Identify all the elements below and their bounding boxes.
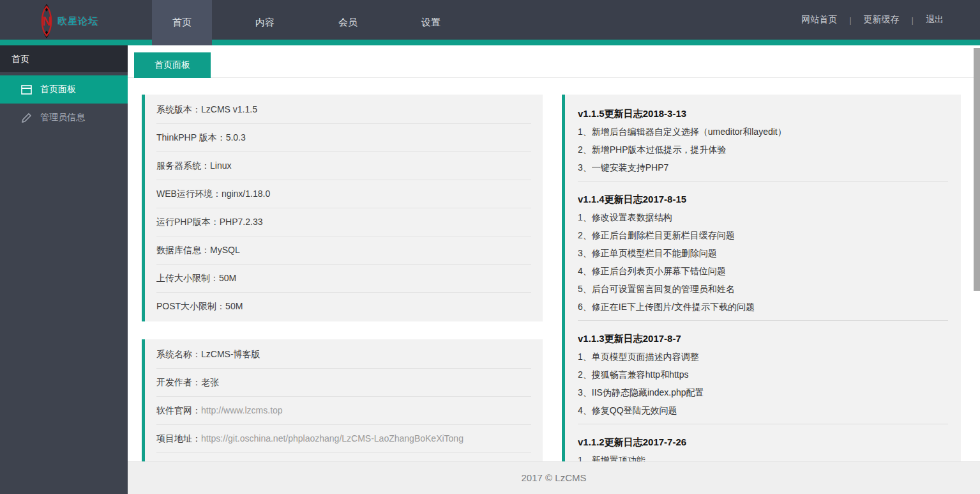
changelog-item: 3、修正单页模型栏目不能删除问题 [578, 244, 948, 262]
about-row-label: 系统名称： [156, 349, 201, 359]
nav-item-label: 内容 [255, 17, 275, 29]
site-home-link[interactable]: 网站首页 [801, 14, 837, 26]
changelog-item: 2、新增PHP版本过低提示，提升体验 [578, 141, 948, 158]
about-row: 系统名称：LzCMS-博客版 [156, 341, 531, 369]
system-info-row: 上传大小限制：50M [156, 265, 531, 293]
window-icon [21, 84, 32, 95]
changelog-item: 4、修复QQ登陆无效问题 [578, 401, 948, 419]
sidebar-menu: 首页面板 管理员信息 [0, 72, 128, 132]
footer: 2017 © LzCMS [128, 461, 980, 494]
svg-text:N: N [42, 14, 51, 28]
about-row-value[interactable]: LzCMS-博客版 [201, 349, 260, 359]
about-row: 项目地址：https://git.oschina.net/phplaozhang… [156, 425, 531, 453]
navbar-accent-line [0, 40, 980, 45]
changelog-item: 1、修改设置表数据结构 [578, 208, 948, 226]
changelog-item: 4、修正后台列表页小屏幕下错位问题 [578, 262, 948, 280]
refresh-cache-link[interactable]: 更新缓存 [864, 14, 900, 26]
changelog-item: 6、修正在IE下上传图片/文件提示下载的问题 [578, 298, 948, 316]
changelog-title: v1.1.5更新日志2018-3-13 [578, 105, 948, 123]
logout-link[interactable]: 退出 [926, 14, 944, 26]
changelog-item: 5、后台可设置留言回复的管理员和姓名 [578, 280, 948, 298]
main-nav: 首页 内容 会员 设置 [152, 0, 461, 45]
brand-logo[interactable]: N 欧星论坛 [38, 3, 98, 40]
nav-item[interactable]: 内容 [235, 0, 295, 45]
changelog-item: 2、修正后台删除栏目更新栏目缓存问题 [578, 226, 948, 244]
vertical-scrollbar-thumb[interactable] [974, 48, 980, 291]
about-row: 开发作者：老张 [156, 369, 531, 397]
system-info-card: 系统版本：LzCMS v1.1.5 ThinkPHP 版本：5.0.3 服务器系… [142, 95, 543, 321]
tab-home-panel[interactable]: 首页面板 [134, 52, 211, 78]
system-info-row: 服务器系统：Linux [156, 152, 531, 180]
changelog-section: v1.1.3更新日志2017-8-7 1、单页模型页面描述内容调整2、搜狐畅言兼… [578, 320, 948, 419]
changelog-title: v1.1.3更新日志2017-8-7 [578, 330, 948, 348]
sidebar-item-label: 首页面板 [40, 84, 76, 95]
nav-item[interactable]: 会员 [318, 0, 378, 45]
about-row-label: 开发作者： [156, 377, 201, 387]
changelog-section: v1.1.5更新日志2018-3-13 1、新增后台编辑器自定义选择（umedi… [578, 105, 948, 176]
changelog-item: 1、新增置顶功能 [578, 451, 948, 461]
quick-links-separator: | [912, 15, 914, 25]
changelog-item: 1、单页模型页面描述内容调整 [578, 348, 948, 366]
system-info-row: 运行PHP版本：PHP7.2.33 [156, 208, 531, 236]
system-info-row: 系统版本：LzCMS v1.1.5 [156, 96, 531, 124]
sidebar-item-label: 管理员信息 [40, 112, 85, 123]
sidebar-item-home-panel[interactable]: 首页面板 [0, 75, 128, 104]
about-row: 软件官网：http://www.lzcms.top [156, 397, 531, 425]
about-row-value[interactable]: 老张 [201, 377, 219, 387]
about-card: 系统名称：LzCMS-博客版 开发作者：老张 软件官网：http://www.l… [142, 339, 543, 461]
system-info-row: POST大小限制：50M [156, 293, 531, 320]
changelog-title: v1.1.2更新日志2017-7-26 [578, 433, 948, 451]
sidebar-item-admin-info[interactable]: 管理员信息 [0, 104, 128, 132]
nav-item[interactable]: 设置 [401, 0, 461, 45]
tab-bar: 首页面板 [128, 45, 980, 78]
navbar-quick-links: 网站首页 | 更新缓存 | 退出 [801, 0, 944, 40]
brand-logo-icon: N [38, 4, 55, 38]
changelog-section: v1.1.2更新日志2017-7-26 1、新增置顶功能 [578, 424, 948, 461]
changelog-title: v1.1.4更新日志2017-8-15 [578, 190, 948, 208]
about-row-value[interactable]: http://www.lzcms.top [201, 405, 283, 415]
brand-name: 欧星论坛 [57, 15, 98, 27]
changelog-card: v1.1.5更新日志2018-3-13 1、新增后台编辑器自定义选择（umedi… [562, 95, 961, 461]
sidebar-section-header: 首页 [0, 45, 128, 72]
nav-item-label: 设置 [421, 17, 441, 29]
system-info-row: 数据库信息：MySQL [156, 236, 531, 265]
changelog-item: 1、新增后台编辑器自定义选择（umeditor和layedit） [578, 123, 948, 141]
changelog-section: v1.1.4更新日志2017-8-15 1、修改设置表数据结构2、修正后台删除栏… [578, 181, 948, 316]
nav-item-label: 会员 [338, 17, 358, 29]
nav-item[interactable]: 首页 [152, 0, 212, 45]
about-row-value[interactable]: https://git.oschina.net/phplaozhang/LzCM… [201, 433, 464, 444]
main-content: 首页面板 系统版本：LzCMS v1.1.5 ThinkPHP 版本：5.0.3… [128, 45, 980, 461]
about-row-label: 软件官网： [156, 405, 201, 415]
system-info-row: ThinkPHP 版本：5.0.3 [156, 124, 531, 152]
about-row-label: 项目地址： [156, 433, 201, 444]
pencil-icon [21, 112, 32, 123]
right-column: v1.1.5更新日志2018-3-13 1、新增后台编辑器自定义选择（umedi… [562, 95, 961, 461]
changelog-item: 3、IIS伪静态隐藏index.php配置 [578, 383, 948, 401]
left-column: 系统版本：LzCMS v1.1.5 ThinkPHP 版本：5.0.3 服务器系… [142, 95, 543, 461]
sidebar: 首页 首页面板 管理员信息 [0, 45, 128, 494]
changelog-item: 2、搜狐畅言兼容http和https [578, 366, 948, 383]
system-info-row: WEB运行环境：nginx/1.18.0 [156, 180, 531, 208]
nav-item-label: 首页 [172, 17, 192, 29]
quick-links-separator: | [849, 15, 851, 25]
changelog-item: 3、一键安装支持PHP7 [578, 158, 948, 176]
